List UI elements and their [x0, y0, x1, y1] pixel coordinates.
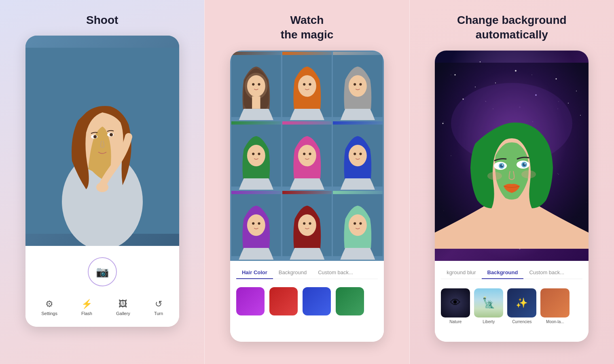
svg-point-53 — [495, 83, 496, 83]
hair-tab-bar: Hair Color Background Custom back... — [236, 267, 378, 279]
bg-thumb-moon-img — [540, 288, 570, 317]
svg-point-14 — [258, 83, 260, 85]
hair-cell-orange[interactable] — [282, 52, 332, 120]
shoot-phone-screen: 📷 ⚙ Settings ⚡ Flash 🖼 Gallery — [25, 36, 179, 327]
bg-thumb-nature-label: Nature — [449, 320, 462, 324]
turn-icon: ↺ — [155, 299, 162, 309]
camera-shutter-button[interactable]: 📷 — [88, 257, 117, 286]
nav-gallery[interactable]: 🖼 Gallery — [116, 299, 130, 316]
settings-icon: ⚙ — [45, 299, 53, 309]
svg-point-49 — [475, 87, 476, 87]
bg-thumb-moon[interactable]: Moon-la... — [540, 288, 570, 324]
nav-turn[interactable]: ↺ Turn — [154, 299, 163, 316]
camera-icon: 📷 — [96, 266, 109, 278]
svg-point-40 — [298, 215, 316, 236]
bg-thumb-moon-label: Moon-la... — [546, 320, 564, 324]
bottom-navigation: ⚙ Settings ⚡ Flash 🖼 Gallery ↺ Turn — [30, 297, 175, 318]
shoot-camera-controls: 📷 ⚙ Settings ⚡ Flash 🖼 Gallery — [25, 246, 179, 327]
nav-settings[interactable]: ⚙ Settings — [41, 299, 57, 316]
shoot-woman-illustration — [25, 36, 179, 246]
svg-point-24 — [247, 145, 265, 166]
bg-thumb-liberty[interactable]: 🗽 Liberty — [474, 288, 503, 324]
nav-flash[interactable]: ⚡ Flash — [81, 299, 92, 316]
shoot-phone-container: 📷 ⚙ Settings ⚡ Flash 🖼 Gallery — [0, 36, 204, 364]
background-thumbnails: 👁 Nature 🗽 Liberty ✨ Curr — [441, 288, 582, 324]
hair-color-grid — [230, 51, 384, 261]
panel-watch-magic: Watchthe magic — [204, 0, 409, 364]
svg-point-41 — [303, 222, 305, 225]
tab-background[interactable]: Background — [273, 267, 312, 279]
tab-bg-custom[interactable]: Custom back... — [523, 267, 570, 279]
svg-point-34 — [360, 153, 362, 155]
svg-point-58 — [580, 115, 581, 116]
svg-point-44 — [349, 215, 367, 236]
svg-point-65 — [502, 164, 503, 165]
swatch-red[interactable] — [269, 287, 298, 315]
svg-point-21 — [354, 83, 356, 85]
svg-point-46 — [360, 222, 362, 225]
bg-thumb-nature-img: 👁 — [441, 288, 470, 317]
hair-color-controls: Hair Color Background Custom back... — [230, 261, 384, 342]
svg-point-16 — [298, 75, 316, 97]
svg-point-5 — [93, 135, 97, 138]
svg-point-28 — [298, 145, 316, 166]
svg-point-71 — [521, 170, 536, 178]
tab-hair-color[interactable]: Hair Color — [236, 267, 273, 279]
swatch-blue[interactable] — [303, 287, 331, 315]
svg-point-26 — [258, 153, 260, 155]
svg-point-52 — [576, 91, 577, 91]
nav-turn-label: Turn — [154, 311, 163, 316]
svg-point-13 — [252, 83, 254, 85]
svg-point-30 — [309, 153, 311, 155]
bg-thumb-nature[interactable]: 👁 Nature — [441, 288, 470, 324]
svg-point-33 — [354, 153, 356, 155]
bg-tab-bar: kground blur Background Custom back... — [441, 267, 582, 279]
swatch-purple[interactable] — [236, 287, 265, 315]
svg-point-36 — [247, 215, 265, 236]
svg-point-38 — [258, 222, 260, 225]
change-bg-phone-screen: kground blur Background Custom back... 👁… — [435, 51, 589, 342]
hair-cell-brown[interactable] — [231, 52, 281, 120]
change-bg-phone-container: kground blur Background Custom back... 👁… — [410, 51, 614, 364]
svg-point-57 — [443, 123, 444, 124]
watch-magic-title: Watchthe magic — [205, 0, 409, 51]
background-controls: kground blur Background Custom back... 👁… — [435, 261, 589, 342]
hair-cell-green[interactable] — [231, 121, 281, 190]
gallery-icon: 🖼 — [119, 299, 127, 309]
hair-cell-blue[interactable] — [333, 121, 383, 190]
nav-settings-label: Settings — [41, 311, 57, 316]
tab-bg-blur[interactable]: kground blur — [441, 267, 481, 279]
svg-point-32 — [349, 145, 367, 166]
change-bg-title: Change backgroundautomatically — [410, 0, 614, 51]
svg-point-7 — [110, 133, 113, 136]
hair-cell-gray[interactable] — [333, 52, 383, 120]
hair-cell-pink[interactable] — [282, 121, 332, 190]
bg-thumb-currencies-label: Currencies — [512, 320, 531, 324]
svg-point-56 — [568, 103, 569, 104]
svg-point-70 — [487, 172, 502, 180]
hair-cell-mint[interactable] — [333, 191, 383, 259]
bg-thumb-liberty-label: Liberty — [483, 320, 495, 324]
swatch-green[interactable] — [336, 287, 364, 315]
bg-thumb-liberty-img: 🗽 — [474, 288, 503, 317]
shoot-title: Shoot — [0, 0, 204, 36]
background-photo-area — [435, 51, 589, 261]
watch-magic-phone-screen: Hair Color Background Custom back... — [230, 51, 384, 342]
tab-bg-background[interactable]: Background — [482, 267, 524, 279]
panel-shoot: Shoot — [0, 0, 204, 364]
bg-thumb-currencies-img: ✨ — [507, 288, 536, 317]
color-swatches — [236, 285, 378, 317]
svg-point-45 — [354, 222, 356, 225]
watch-magic-phone-container: Hair Color Background Custom back... — [205, 51, 409, 364]
svg-point-22 — [360, 83, 362, 85]
bg-thumb-currencies[interactable]: ✨ Currencies — [507, 288, 536, 324]
svg-point-69 — [525, 163, 526, 164]
flash-icon: ⚡ — [81, 299, 92, 309]
tab-custom-back[interactable]: Custom back... — [312, 267, 359, 279]
hair-cell-dark-red[interactable] — [282, 191, 332, 259]
svg-point-20 — [349, 75, 367, 97]
svg-point-42 — [309, 222, 311, 225]
svg-point-50 — [515, 70, 517, 72]
svg-point-29 — [303, 153, 305, 155]
hair-cell-purple[interactable] — [231, 191, 281, 259]
